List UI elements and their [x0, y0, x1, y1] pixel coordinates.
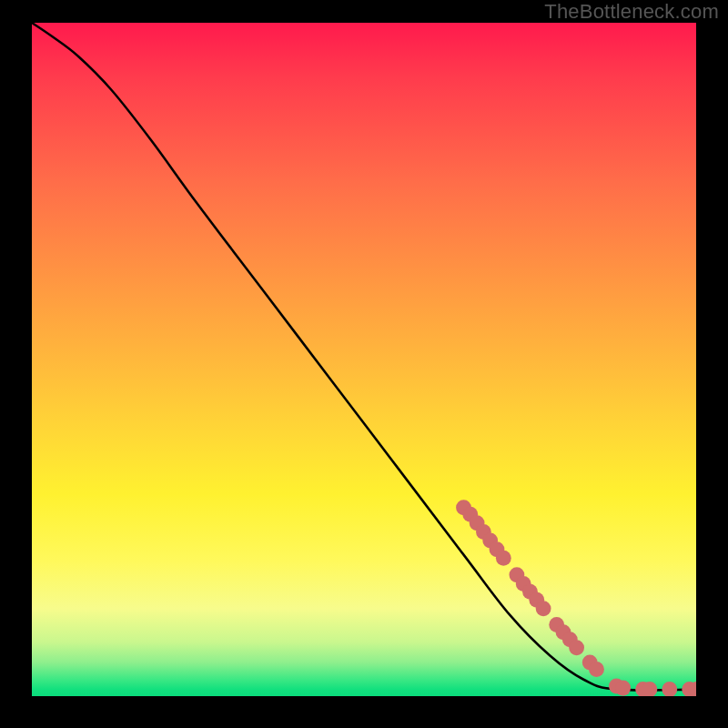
watermark-text: TheBottleneck.com	[544, 0, 719, 24]
highlight-point	[615, 681, 631, 696]
plot-area	[32, 23, 696, 696]
highlight-point	[662, 682, 677, 696]
highlight-point	[496, 551, 511, 566]
highlight-points-group	[456, 500, 696, 696]
chart-frame: TheBottleneck.com	[0, 0, 728, 728]
curve-layer	[32, 23, 696, 696]
highlight-point	[589, 662, 604, 677]
bottleneck-curve	[32, 23, 696, 690]
highlight-point	[536, 601, 551, 616]
highlight-point	[569, 640, 584, 655]
